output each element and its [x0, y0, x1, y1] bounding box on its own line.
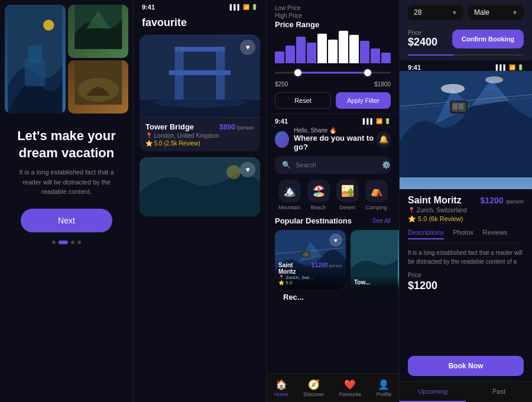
svg-rect-10	[169, 70, 231, 75]
beach-label: Beach	[311, 205, 326, 210]
tab-upcoming[interactable]: Upcoming	[400, 382, 466, 402]
onboarding-content: Let's make your dream vacation It is a l…	[0, 118, 133, 254]
svg-point-15	[226, 165, 241, 179]
high-price-label: High Price	[275, 12, 391, 19]
detail-price-row: $1200 /person	[481, 195, 524, 206]
filter-buttons: Reset Apply Filter	[275, 92, 391, 109]
favourite-nav-icon: ❤️	[344, 379, 356, 390]
status-icons-main: ▌▌▌ 📶 🔋	[363, 118, 391, 124]
onboarding-panel: Let's make your dream vacation It is a l…	[0, 0, 133, 402]
price-filter-section: Low Price High Price Price Range $250 $1…	[267, 0, 399, 114]
user-avatar	[275, 131, 289, 148]
nav-favourite[interactable]: ❤️ Favourite	[339, 379, 362, 397]
detail-price-val: $1200	[408, 280, 524, 292]
dot-4	[77, 241, 81, 244]
profile-label: Profile	[377, 391, 392, 397]
histogram-bar	[307, 43, 316, 63]
notification-button[interactable]: 🔔	[377, 131, 391, 148]
svg-rect-11	[175, 47, 225, 51]
discover-icon: 🧭	[308, 379, 320, 390]
filter-icon[interactable]: ⚙️	[382, 161, 391, 169]
home-icon: 🏠	[275, 379, 287, 390]
histogram-bar	[339, 31, 348, 63]
scroll-indicator	[408, 54, 524, 56]
guests-select[interactable]: 28 ▼	[408, 5, 463, 20]
hello-text: Hello, Shane 🔥	[294, 127, 377, 134]
price-slider[interactable]	[275, 67, 391, 79]
nav-profile[interactable]: 👤 Profile	[377, 379, 392, 397]
histogram-bar	[371, 48, 380, 63]
detail-dest-name: Saint Moritz	[408, 195, 462, 206]
apply-filter-button[interactable]: Apply Filter	[336, 92, 391, 109]
search-input[interactable]	[296, 161, 377, 168]
beach-icon-circle: 🏖️	[307, 180, 330, 202]
status-bar-main: 9:41 ▌▌▌ 📶 🔋	[267, 114, 399, 127]
guests-value: 28	[414, 8, 421, 17]
category-desert[interactable]: 🏜️ Desert	[336, 180, 359, 210]
tower-heart-button[interactable]: ♥	[240, 40, 255, 55]
favourite-title: favourite	[134, 14, 266, 35]
favourite-nav-label: Favourite	[339, 391, 362, 397]
slider-thumb-right[interactable]	[364, 69, 371, 76]
category-camping[interactable]: ⛺ Camping	[365, 180, 388, 210]
reset-button[interactable]: Reset	[275, 92, 331, 109]
chevron-down-icon-gender: ▼	[512, 9, 518, 16]
location-icon: 📍	[145, 132, 153, 139]
pagination-dots	[9, 241, 124, 244]
moritz-heart-icon[interactable]: ♥	[329, 234, 342, 247]
nav-discover[interactable]: 🧭 Discover	[303, 379, 324, 397]
camping-icon-circle: ⛺	[365, 180, 388, 202]
second-heart-button[interactable]: ♥	[240, 162, 255, 177]
signal-icon-main: ▌▌▌	[363, 118, 374, 124]
book-now-button[interactable]: Book Now	[408, 356, 524, 376]
guests-gender-row: 28 ▼ Male ▼	[400, 0, 532, 25]
recent-title: Rec...	[283, 293, 304, 302]
second-pop-image: ♥ Tow...	[351, 230, 399, 289]
moritz-card-name: Saint Moritz	[278, 262, 312, 275]
greeting-text: Hello, Shane 🔥 Where do you want to go?	[294, 127, 377, 151]
price-min: $250	[275, 81, 288, 87]
histogram-bar	[328, 40, 338, 63]
detail-per: /person	[506, 199, 524, 205]
next-button[interactable]: Next	[21, 209, 112, 232]
battery-icon-detail: 🔋	[517, 64, 524, 70]
battery-icon-main: 🔋	[384, 118, 391, 124]
detail-title-row: Saint Moritz $1200 /person	[408, 195, 524, 206]
second-pop-overlay: Tow...	[351, 275, 399, 289]
detail-price-label-2: Price	[408, 272, 524, 278]
category-beach[interactable]: 🏖️ Beach	[307, 180, 330, 210]
scroll-fill	[408, 54, 454, 56]
category-icons: 🏔️ Mountain 🏖️ Beach 🏜️ Desert ⛺ Camping	[267, 180, 399, 216]
moritz-card-price: $1200	[312, 262, 328, 268]
gender-select[interactable]: Male ▼	[468, 5, 524, 20]
svg-rect-27	[459, 103, 463, 109]
desert-label: Desert	[339, 205, 355, 210]
slider-thumb-left[interactable]	[294, 69, 301, 76]
mountain-label: Mountain	[278, 205, 300, 210]
category-mountain[interactable]: 🏔️ Mountain	[278, 180, 301, 210]
detail-panel: 28 ▼ Male ▼ Price $2400 Confirm Booking …	[399, 0, 532, 402]
confirm-booking-button[interactable]: Confirm Booking	[452, 30, 524, 48]
moritz-card-loc: 📍 Zurich, Swi...	[278, 275, 342, 280]
svg-rect-3	[28, 46, 42, 63]
mountain-icon-circle: 🏔️	[278, 180, 301, 202]
nav-home[interactable]: 🏠 Home	[274, 379, 288, 397]
tab-reviews[interactable]: Reviews	[483, 229, 508, 239]
histogram-bar	[349, 35, 359, 63]
tab-past[interactable]: Past	[466, 382, 532, 402]
status-bar-2: 9:41 ▌▌▌ 📶 🔋	[134, 0, 266, 14]
dest-card-second-pop[interactable]: ♥ Tow...	[351, 230, 399, 289]
moritz-card-rating: ⭐ 5.0	[278, 280, 342, 286]
second-pop-name: Tow...	[354, 279, 399, 286]
signal-icon: ▌▌▌	[230, 4, 241, 10]
dest-card-saint-moritz[interactable]: ♥ Saint Moritz $1200 /person 📍 Zurich, S…	[275, 230, 346, 289]
see-all-button[interactable]: See All	[372, 218, 391, 224]
price-range-title: Price Range	[275, 20, 391, 29]
home-label: Home	[274, 391, 288, 397]
tab-photos[interactable]: Photos	[453, 229, 473, 239]
onboarding-image-2	[68, 5, 129, 58]
tower-price: $890	[219, 123, 235, 131]
book-section: Book Now	[400, 352, 532, 380]
favourite-panel: 9:41 ▌▌▌ 📶 🔋 favourite ♥ Tower	[133, 0, 266, 402]
tab-descriptions[interactable]: Descriptions	[408, 229, 444, 239]
